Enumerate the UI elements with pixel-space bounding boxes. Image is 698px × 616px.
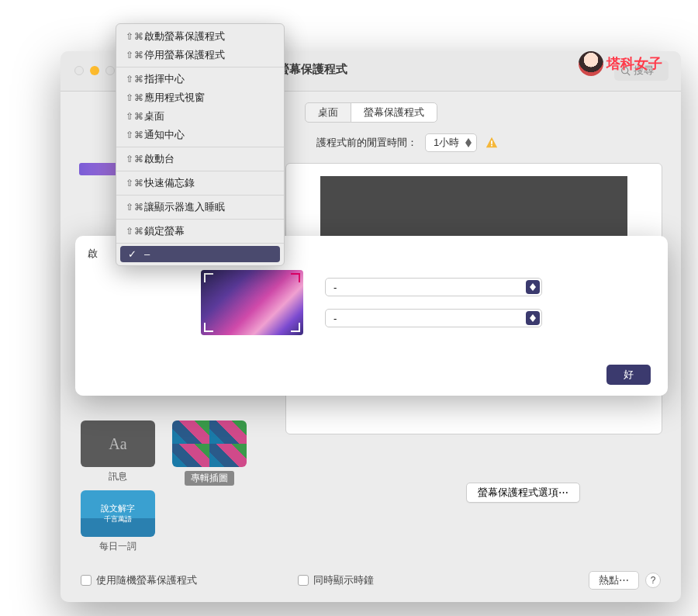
corner-select-top[interactable]: -	[325, 278, 542, 296]
thumbnail-grid-2: 說文解字 千言萬語 每日一詞	[60, 490, 155, 553]
word-line2: 千言萬語	[104, 514, 132, 524]
check-icon: ✓	[128, 248, 136, 260]
thumb-album	[172, 420, 247, 467]
idle-time-row: 護程式前的閒置時間： 1小時	[316, 133, 681, 152]
sheet-label: 啟	[88, 247, 98, 261]
tab-screensaver[interactable]: 螢幕保護程式	[351, 102, 437, 123]
watermark: 塔科女子	[579, 51, 662, 76]
stepper-icon	[526, 280, 540, 294]
corner-tr-icon	[291, 273, 300, 282]
menu-separator	[116, 67, 284, 67]
ok-button[interactable]: 好	[606, 365, 651, 385]
thumbnail-grid: Aa 訊息 專輯插圖	[60, 420, 247, 486]
shortcut-icon: ⇧⌘	[126, 178, 144, 189]
clock-label: 同時顯示時鐘	[313, 573, 374, 587]
menu-separator	[116, 243, 284, 244]
shortcut-icon: ⇧⌘	[126, 154, 144, 164]
shortcut-icon: ⇧⌘	[126, 92, 144, 103]
label-message: 訊息	[81, 470, 155, 483]
menu-separator	[116, 195, 284, 196]
screensaver-options-button[interactable]: 螢幕保護程式選項⋯	[466, 483, 580, 503]
hotcorners-button[interactable]: 熱點⋯	[589, 571, 639, 590]
grid-item-album[interactable]: 專輯插圖	[172, 420, 247, 486]
menu-item-disable-screensaver[interactable]: ⇧⌘停用螢幕保護程式	[116, 46, 284, 64]
clock-checkbox-row[interactable]: 同時顯示時鐘	[298, 573, 374, 587]
tab-desktop[interactable]: 桌面	[305, 102, 351, 123]
idle-label: 護程式前的閒置時間：	[316, 136, 417, 150]
menu-item-desktop[interactable]: ⇧⌘桌面	[116, 107, 284, 126]
watermark-text: 塔科女子	[606, 54, 662, 73]
selected-item-indicator	[79, 163, 119, 175]
thumb-message: Aa	[81, 420, 155, 467]
idle-time-select[interactable]: 1小時	[425, 133, 477, 152]
shortcut-icon: ⇧⌘	[126, 50, 144, 61]
corner-select-top-value: -	[333, 282, 337, 293]
menu-separator	[116, 171, 284, 171]
menu-item-mission-control[interactable]: ⇧⌘指揮中心	[116, 70, 284, 88]
traffic-lights	[74, 66, 115, 75]
help-button[interactable]: ?	[645, 573, 661, 588]
corner-br-icon	[291, 323, 300, 332]
sheet-body: - -	[92, 270, 651, 335]
corner-selects: - -	[325, 278, 542, 327]
footer: 使用隨機螢幕保護程式 同時顯示時鐘 熱點⋯ ?	[81, 571, 661, 590]
minimize-button[interactable]	[90, 66, 99, 75]
shortcut-icon: ⇧⌘	[126, 130, 144, 140]
thumb-word: 說文解字 千言萬語	[81, 490, 155, 537]
menu-item-lock-screen[interactable]: ⇧⌘鎖定螢幕	[116, 222, 284, 241]
menu-item-launchpad[interactable]: ⇧⌘啟動台	[116, 150, 284, 168]
label-album: 專輯插圖	[185, 471, 234, 486]
window-title: 螢幕保護程式	[278, 62, 347, 77]
menu-item-app-windows[interactable]: ⇧⌘應用程式視窗	[116, 88, 284, 107]
close-button[interactable]	[74, 66, 84, 75]
word-line1: 說文解字	[101, 503, 135, 514]
corner-bl-icon	[204, 323, 213, 332]
menu-item-notification-center[interactable]: ⇧⌘通知中心	[116, 126, 284, 144]
corner-preview	[201, 270, 303, 335]
watermark-avatar-icon	[579, 51, 603, 76]
menu-item-start-screensaver[interactable]: ⇧⌘啟動螢幕保護程式	[116, 27, 284, 46]
grid-item-word[interactable]: 說文解字 千言萬語 每日一詞	[81, 490, 155, 553]
menu-item-quick-note[interactable]: ⇧⌘快速備忘錄	[116, 174, 284, 192]
corner-tl-icon	[204, 273, 213, 282]
random-checkbox-row[interactable]: 使用隨機螢幕保護程式	[81, 573, 298, 587]
corner-select-bottom-value: -	[333, 313, 337, 324]
shortcut-icon: ⇧⌘	[126, 111, 144, 122]
clock-checkbox[interactable]	[298, 575, 309, 586]
random-label: 使用隨機螢幕保護程式	[96, 573, 197, 587]
corner-action-menu: ⇧⌘啟動螢幕保護程式 ⇧⌘停用螢幕保護程式 ⇧⌘指揮中心 ⇧⌘應用程式視窗 ⇧⌘…	[116, 23, 285, 266]
idle-time-value: 1小時	[434, 136, 459, 150]
zoom-button[interactable]	[105, 66, 115, 75]
menu-separator	[116, 147, 284, 147]
menu-separator	[116, 219, 284, 220]
stepper-icon	[465, 138, 472, 147]
shortcut-icon: ⇧⌘	[126, 31, 144, 42]
random-checkbox[interactable]	[81, 575, 92, 586]
svg-rect-3	[491, 145, 492, 147]
label-word: 每日一詞	[81, 540, 155, 553]
shortcut-icon: ⇧⌘	[126, 74, 144, 85]
menu-item-none-selected[interactable]: ✓–	[120, 246, 280, 262]
menu-item-sleep-display[interactable]: ⇧⌘讓顯示器進入睡眠	[116, 198, 284, 216]
stepper-icon	[526, 311, 540, 325]
shortcut-icon: ⇧⌘	[126, 202, 144, 213]
corner-select-bottom[interactable]: -	[325, 309, 542, 327]
svg-rect-2	[491, 140, 492, 144]
shortcut-icon: ⇧⌘	[126, 226, 144, 237]
grid-item-message[interactable]: Aa 訊息	[81, 420, 155, 486]
warning-icon	[485, 136, 499, 150]
